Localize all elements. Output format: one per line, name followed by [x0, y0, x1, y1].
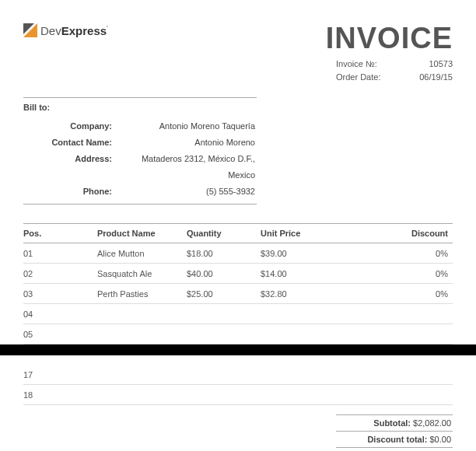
bill-to-value: Mataderos 2312, México D.F., Mexico — [117, 151, 257, 184]
logo-text-dev: Dev — [40, 24, 61, 37]
cell-discount: 0% — [369, 289, 453, 299]
bill-to-label: Contact Name: — [23, 135, 117, 151]
logo-text-mark: ' — [107, 24, 108, 32]
cell-pos: 01 — [23, 249, 97, 258]
header-right: INVOICE Invoice №: 10573 Order Date: 06/… — [326, 23, 453, 83]
bill-to-row: Contact Name:Antonio Moreno — [23, 135, 257, 151]
cell-pos: 03 — [23, 289, 97, 299]
cell-pos: 02 — [23, 269, 97, 278]
cell-unit-price: $14.00 — [261, 269, 369, 278]
table-row: 03Perth Pasties$25.00$32.800% — [23, 284, 453, 304]
subtotal-value: $2,082.00 — [413, 418, 451, 428]
cell-product: Alice Mutton — [97, 249, 187, 258]
table-row: 02Sasquatch Ale$40.00$14.000% — [23, 264, 453, 284]
invoice-number-value: 10573 — [414, 58, 453, 71]
table-row: 18 — [23, 385, 453, 405]
cell-product: Sasquatch Ale — [97, 269, 187, 278]
cell-pos: 05 — [23, 330, 97, 339]
page-break-bar — [0, 344, 476, 355]
bill-to-value: (5) 555-3932 — [117, 184, 257, 200]
bill-to-title: Bill to: — [23, 103, 257, 112]
order-date-label: Order Date: — [336, 71, 390, 84]
col-header-unit-price: Unit Price — [261, 229, 369, 238]
table-row: 01Alice Mutton$18.00$39.000% — [23, 243, 453, 264]
table-row: 05 — [23, 324, 453, 344]
cell-pos: 18 — [23, 390, 97, 400]
bill-to-row: Address:Mataderos 2312, México D.F., Mex… — [23, 151, 257, 184]
cell-quantity: $18.00 — [187, 249, 261, 258]
cell-unit-price: $39.00 — [261, 249, 369, 258]
bill-to-row: Company:Antonio Moreno Taquería — [23, 118, 257, 135]
cell-quantity: $25.00 — [187, 289, 261, 299]
discount-total-value: $0.00 — [429, 435, 451, 444]
cell-product: Perth Pasties — [97, 289, 187, 299]
header: DevExpress' INVOICE Invoice №: 10573 Ord… — [23, 23, 453, 83]
col-header-pos: Pos. — [23, 229, 97, 238]
bill-to-block: Bill to: Company:Antonio Moreno Taquería… — [23, 97, 257, 205]
invoice-meta: Invoice №: 10573 Order Date: 06/19/15 — [326, 58, 453, 83]
bill-to-label: Company: — [23, 118, 117, 135]
logo-text-express: Express — [61, 24, 107, 37]
col-header-discount: Discount — [369, 229, 453, 238]
devexpress-logo-icon — [23, 23, 37, 37]
col-header-quantity: Quantity — [187, 229, 261, 238]
subtotal-label: Subtotal: — [373, 418, 411, 428]
bill-to-row: Phone:(5) 555-3932 — [23, 184, 257, 200]
order-date-value: 06/19/15 — [414, 71, 453, 84]
discount-total-row: Discount total: $0.00 — [336, 431, 453, 447]
discount-total-label: Discount total: — [367, 435, 427, 444]
grand-total-row: Grand total: $2,082.00 — [336, 447, 453, 451]
cell-pos: 04 — [23, 309, 97, 319]
cell-pos: 17 — [23, 370, 97, 379]
cell-unit-price: $32.80 — [261, 289, 369, 299]
cell-discount: 0% — [369, 269, 453, 278]
bill-to-label: Address: — [23, 151, 117, 184]
logo: DevExpress' — [23, 23, 108, 37]
invoice-number-label: Invoice №: — [336, 58, 390, 71]
invoice-title: INVOICE — [326, 23, 453, 53]
bill-to-value: Antonio Moreno Taquería — [117, 118, 257, 135]
cell-discount: 0% — [369, 249, 453, 258]
table-row: 04 — [23, 304, 453, 324]
table-row: 17 — [23, 365, 453, 385]
cell-quantity: $40.00 — [187, 269, 261, 278]
col-header-product: Product Name — [97, 229, 187, 238]
bill-to-value: Antonio Moreno — [117, 135, 257, 151]
items-header-row: Pos. Product Name Quantity Unit Price Di… — [23, 223, 453, 243]
subtotal-row: Subtotal: $2,082.00 — [336, 414, 453, 431]
totals-block: Subtotal: $2,082.00 Discount total: $0.0… — [23, 414, 453, 451]
logo-text: DevExpress' — [40, 24, 108, 37]
bill-to-label: Phone: — [23, 184, 117, 200]
